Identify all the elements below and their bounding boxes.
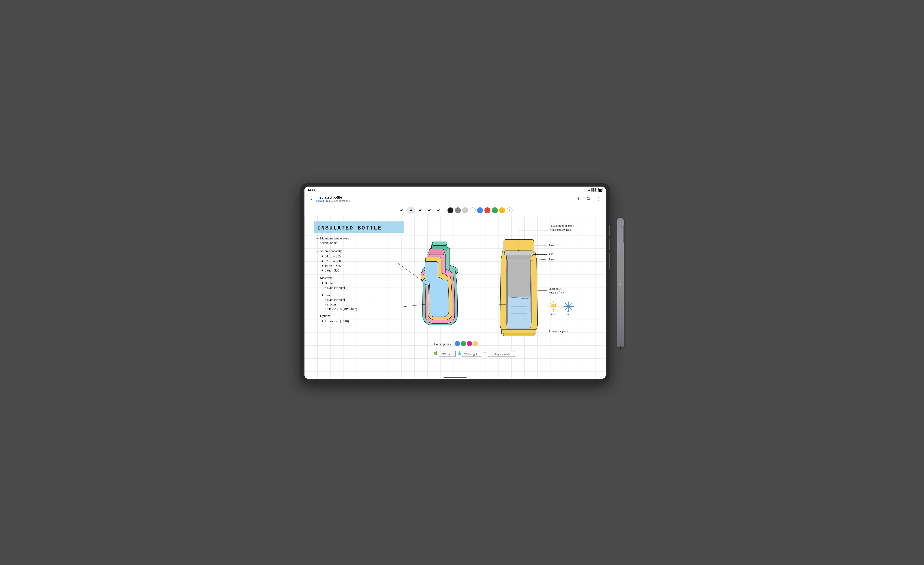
app-bar-actions: + ⋮ — [574, 195, 603, 203]
stylus-brand-label: Lenovo — [620, 278, 622, 287]
scene: 12:34 ▲ ▌▌▌ — [300, 183, 624, 382]
svg-line-1 — [589, 199, 590, 201]
color-yellow[interactable] — [499, 207, 505, 213]
app-bar-subtitle-text: Product Specifications — [324, 199, 350, 202]
lang-badge: EN-US — [316, 200, 324, 202]
wifi-icon: ▲ — [588, 188, 591, 192]
grid-background — [304, 216, 606, 379]
stylus-tip — [620, 346, 621, 349]
app-bar-title: Insulated bottle — [316, 195, 574, 199]
toolbar: ✒ ✒ ✒ ✒ ✒ + — [304, 205, 606, 216]
color-green[interactable] — [492, 207, 498, 213]
screen-bezel: 12:34 ▲ ▌▌▌ — [304, 187, 606, 379]
app-bar: Insulated bottle EN-US Product Specifica… — [304, 193, 606, 205]
home-bar — [444, 377, 466, 378]
battery-icon — [598, 188, 603, 192]
pen-tool-2[interactable]: ✒ — [405, 205, 416, 216]
pen-tool-1[interactable]: ✒ — [396, 205, 407, 216]
back-button[interactable] — [307, 195, 315, 203]
pen-tool-3[interactable]: ✒ — [415, 205, 425, 216]
tablet-body: 12:34 ▲ ▌▌▌ — [300, 183, 610, 382]
stylus-clip — [623, 225, 624, 243]
content-area: INSULATED BOTTLE — Maintains temperature… — [304, 216, 606, 379]
color-white[interactable] — [470, 207, 476, 213]
status-icons: ▲ ▌▌▌ — [588, 188, 603, 192]
color-red[interactable] — [484, 207, 490, 213]
more-button[interactable]: ⋮ — [595, 195, 603, 203]
screen: 12:34 ▲ ▌▌▌ — [304, 187, 606, 379]
search-button[interactable] — [584, 195, 593, 203]
color-add-button[interactable]: + — [507, 207, 513, 213]
pen-tool-4[interactable]: ✒ — [424, 205, 435, 216]
color-gray[interactable] — [455, 207, 461, 213]
color-light-gray[interactable] — [462, 207, 468, 213]
pen-tool-5[interactable]: ✒ — [433, 205, 444, 216]
svg-point-0 — [587, 197, 589, 199]
status-time: 12:34 — [308, 188, 315, 192]
signal-icon: ▌▌▌ — [591, 188, 597, 192]
stylus: Lenovo — [617, 218, 624, 347]
color-black[interactable] — [447, 207, 453, 213]
add-button[interactable]: + — [574, 195, 583, 203]
app-bar-title-area: Insulated bottle EN-US Product Specifica… — [316, 195, 574, 202]
color-blue[interactable] — [477, 207, 483, 213]
status-bar: 12:34 ▲ ▌▌▌ — [304, 187, 606, 193]
toolbar-divider — [445, 208, 445, 213]
app-bar-subtitle: EN-US Product Specifications — [316, 199, 574, 202]
